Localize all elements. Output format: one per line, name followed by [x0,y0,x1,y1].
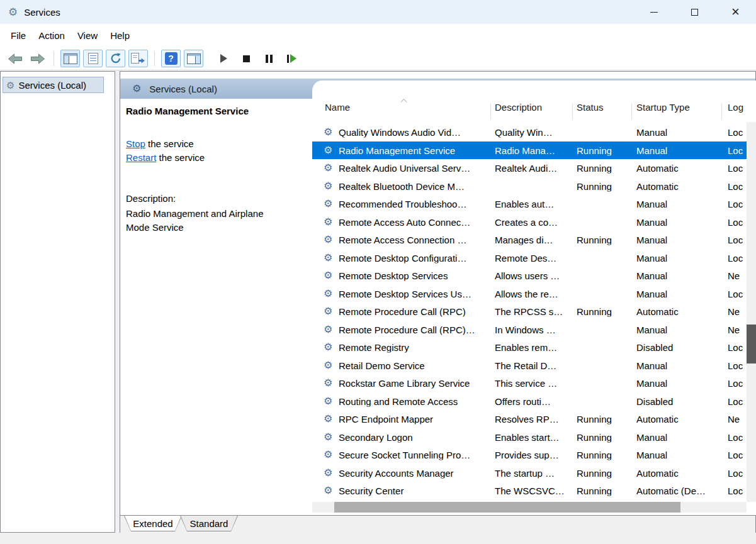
export-list-button[interactable] [128,50,148,67]
maximize-button[interactable] [674,0,715,24]
service-logon: Loc [728,450,747,460]
service-row[interactable]: ⚙ Security Accounts Manager The startup … [312,464,747,482]
service-status: Running [577,486,628,496]
menu-action[interactable]: Action [32,30,71,41]
console-tree-panel: ⚙ Services (Local) [0,71,115,533]
service-gear-icon: ⚙ [324,486,332,496]
horizontal-scrollbar-thumb[interactable] [334,502,680,513]
services-app-icon: ⚙ [8,7,18,18]
vertical-scrollbar-thumb[interactable] [747,325,756,364]
service-description: Remote Des… [495,252,569,263]
service-description: Quality Win… [495,127,569,138]
service-status: Running [577,450,628,460]
service-row[interactable]: ⚙ Remote Procedure Call (RPC)… In Window… [312,321,747,339]
service-row[interactable]: ⚙ Recommended Troubleshoo… Enables aut… … [312,195,747,213]
restart-service-link[interactable]: Restart [126,152,156,163]
service-logon: Loc [728,163,747,174]
service-row[interactable]: ⚙ Remote Desktop Configurati… Remote Des… [312,249,747,267]
menu-file[interactable]: File [4,30,32,41]
service-startup-type: Automatic [636,163,719,174]
pause-service-icon [266,55,273,63]
refresh-button[interactable] [106,50,125,67]
column-header-startup-type[interactable]: Startup Type [636,102,690,113]
service-logon: Loc [728,235,747,245]
service-name: Security Accounts Manager [339,467,488,478]
start-service-button[interactable] [214,50,234,67]
service-gear-icon: ⚙ [324,127,332,137]
service-row[interactable]: ⚙ RPC Endpoint Mapper Resolves RP… Runni… [312,410,747,428]
horizontal-scrollbar[interactable] [312,502,747,513]
service-gear-icon: ⚙ [324,145,332,155]
service-description: Offers routi… [495,396,569,406]
tree-item-services-local[interactable]: ⚙ Services (Local) [3,77,104,93]
restart-service-button[interactable] [282,50,302,67]
service-name: Secondary Logon [339,431,488,442]
column-header-description[interactable]: Description [495,102,542,113]
tab-extended-label: Extended [133,518,172,529]
service-startup-type: Manual [636,450,719,460]
service-description: Enables start… [495,431,569,442]
column-divider[interactable] [631,103,632,119]
service-logon: Loc [728,467,747,478]
tree-item-label: Services (Local) [18,80,86,91]
tab-extended[interactable]: Extended [124,516,182,531]
service-row[interactable]: ⚙ Remote Desktop Services Allows users …… [312,267,747,285]
service-row[interactable]: ⚙ Remote Access Auto Connec… Creates a c… [312,213,747,231]
show-action-pane-button[interactable] [184,50,203,67]
stop-service-suffix: the service [145,138,194,149]
service-gear-icon: ⚙ [324,468,332,478]
service-row[interactable]: ⚙ Secure Socket Tunneling Pro… Provides … [312,446,747,464]
banner-title: Services (Local) [149,84,217,94]
banner-gear-icon: ⚙ [132,84,141,94]
column-divider[interactable] [490,103,491,119]
restart-service-suffix: the service [156,152,205,163]
maximize-icon [691,9,698,16]
service-row[interactable]: ⚙ Radio Management Service Radio Mana… R… [312,142,747,160]
tab-standard-label: Standard [190,518,228,529]
service-row[interactable]: ⚙ Remote Desktop Services Us… Allows the… [312,285,747,303]
properties-button[interactable] [83,50,103,67]
service-row[interactable]: ⚙ Security Center The WSCSVC… Running Au… [312,482,747,500]
column-divider[interactable] [572,103,573,119]
service-row[interactable]: ⚙ Remote Registry Enables rem… Disabled … [312,338,747,357]
service-startup-type: Manual [636,270,719,281]
service-row[interactable]: ⚙ Remote Procedure Call (RPC) The RPCSS … [312,303,747,321]
forward-arrow-icon [30,53,45,64]
minimize-button[interactable] [633,0,674,24]
tab-standard[interactable]: Standard [180,516,238,531]
back-button[interactable] [5,50,25,67]
restart-service-line: Restart the service [126,151,312,165]
service-gear-icon: ⚙ [324,163,332,173]
stop-service-link[interactable]: Stop [126,138,145,149]
column-header-status[interactable]: Status [577,102,604,113]
service-row[interactable]: ⚙ Remote Access Connection … Manages di…… [312,231,747,249]
service-name: Remote Access Connection … [339,235,488,245]
restart-service-icon [287,54,296,63]
column-divider[interactable] [721,103,722,119]
stop-service-icon [243,55,250,62]
close-button[interactable]: × [715,0,756,24]
service-status: Running [577,306,628,317]
menu-view[interactable]: View [71,30,104,41]
help-button[interactable]: ? [161,50,181,67]
service-row[interactable]: ⚙ Routing and Remote Access Offers routi… [312,392,747,411]
forward-button[interactable] [28,50,47,67]
pause-service-button[interactable] [259,50,279,67]
menu-help[interactable]: Help [104,30,136,41]
service-startup-type: Manual [636,145,719,155]
service-name: Remote Desktop Services Us… [339,288,488,299]
service-row[interactable]: ⚙ Realtek Audio Universal Serv… Realtek … [312,159,747,177]
column-header-logon[interactable]: Log [728,102,743,113]
service-row[interactable]: ⚙ Realtek Bluetooth Device M… Running Au… [312,177,747,196]
service-row[interactable]: ⚙ Quality Windows Audio Vid… Quality Win… [312,123,747,142]
service-row[interactable]: ⚙ Secondary Logon Enables start… Running… [312,428,747,447]
show-console-tree-button[interactable] [60,50,80,67]
service-description: Allows users … [495,270,569,281]
service-gear-icon: ⚙ [324,253,332,263]
service-row[interactable]: ⚙ Rockstar Game Library Service This ser… [312,374,747,392]
column-header-name[interactable]: Name [325,102,350,113]
vertical-scrollbar[interactable] [747,122,756,502]
service-row[interactable]: ⚙ Retail Demo Service The Retail D… Manu… [312,357,747,375]
stop-service-button[interactable] [237,50,256,67]
menu-bar: File Action View Help [0,24,756,47]
